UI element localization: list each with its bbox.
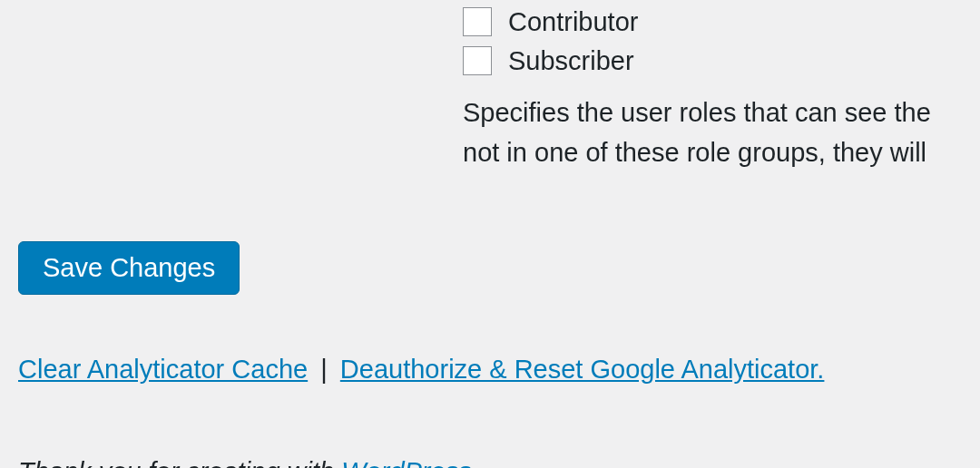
checkbox-contributor[interactable] bbox=[463, 7, 492, 36]
description-line-2: not in one of these role groups, they wi… bbox=[463, 133, 980, 173]
footer-credit: Thank you for creating with WordPress bbox=[18, 453, 980, 468]
user-roles-checkbox-group: Contributor Subscriber bbox=[463, 4, 980, 79]
clear-cache-link[interactable]: Clear Analyticator Cache bbox=[18, 355, 308, 384]
description-line-1: Specifies the user roles that can see th… bbox=[463, 93, 980, 133]
checkbox-subscriber[interactable] bbox=[463, 46, 492, 75]
save-changes-button[interactable]: Save Changes bbox=[18, 241, 240, 295]
deauthorize-link[interactable]: Deauthorize & Reset Google Analyticator. bbox=[340, 355, 825, 384]
wordpress-link[interactable]: WordPress bbox=[341, 457, 471, 468]
checkbox-label-contributor[interactable]: Contributor bbox=[508, 4, 638, 41]
checkbox-row-subscriber: Subscriber bbox=[463, 43, 980, 80]
link-separator: | bbox=[320, 355, 328, 384]
footer-prefix: Thank you for creating with bbox=[18, 457, 341, 468]
action-links-row: Clear Analyticator Cache | Deauthorize &… bbox=[18, 351, 980, 388]
checkbox-row-contributor: Contributor bbox=[463, 4, 980, 41]
checkbox-label-subscriber[interactable]: Subscriber bbox=[508, 43, 634, 80]
roles-description: Specifies the user roles that can see th… bbox=[463, 93, 980, 172]
